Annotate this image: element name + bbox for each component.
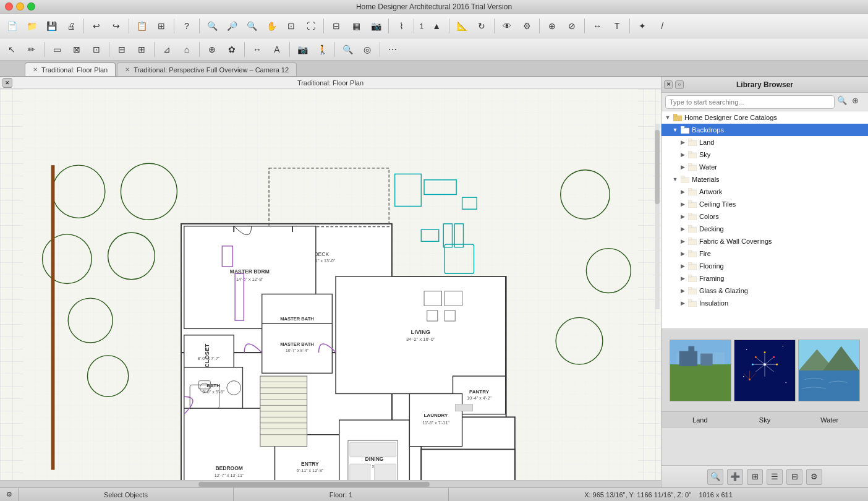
minimize-button[interactable]: [16, 2, 24, 11]
library-minimize-btn[interactable]: ○: [675, 80, 684, 89]
tree-root[interactable]: ▼ Home Designer Core Catalogs: [662, 111, 868, 124]
title-bar: Home Designer Architectural 2016 Trial V…: [0, 0, 868, 14]
preview-sky[interactable]: [734, 340, 796, 401]
tree-item-framing[interactable]: ▶ Framing: [662, 272, 868, 285]
tree-item-insulation[interactable]: ▶ Insulation: [662, 297, 868, 309]
lib-detail-btn[interactable]: ⊟: [786, 469, 802, 485]
tab-close-perspective[interactable]: ✕: [125, 66, 130, 73]
tree-item-artwork[interactable]: ▶ Artwork: [662, 186, 868, 198]
gear-icon[interactable]: ⚙: [6, 490, 12, 499]
magnify-btn[interactable]: ◎: [358, 40, 377, 59]
floor-plan-btn[interactable]: ⊟: [327, 17, 346, 35]
tree-scrollbar-thumb[interactable]: [655, 130, 660, 204]
tree-item-ceiling-tiles[interactable]: ▶ Ceiling Tiles: [662, 198, 868, 210]
tab-close-floor-plan[interactable]: ✕: [33, 66, 38, 73]
camera-btn[interactable]: 📷: [367, 17, 385, 35]
copy-button[interactable]: 📋: [132, 17, 151, 35]
line-btn[interactable]: /: [653, 17, 671, 35]
svg-rect-115: [688, 213, 692, 215]
stair-btn[interactable]: ⌇: [392, 17, 411, 35]
tree-item-flooring[interactable]: ▶ Flooring: [662, 260, 868, 272]
sep10: [539, 19, 540, 33]
undo-button[interactable]: ↩: [87, 17, 106, 35]
select-btn[interactable]: ↖: [2, 40, 21, 59]
tree-item-land-label: Land: [699, 139, 714, 146]
maximize-button[interactable]: [27, 2, 35, 11]
search-button[interactable]: 🔍: [203, 17, 221, 35]
search-icon[interactable]: 🔍: [837, 96, 849, 108]
save-button[interactable]: 💾: [42, 17, 61, 35]
horizontal-scrollbar[interactable]: [0, 480, 661, 487]
preview-land[interactable]: [670, 340, 731, 401]
tree-item-fire[interactable]: ▶ Fire: [662, 247, 868, 260]
camera-tool-btn[interactable]: 📷: [293, 40, 312, 59]
glass-glazing-folder-icon: [687, 286, 697, 295]
door-btn[interactable]: ⊡: [87, 40, 106, 59]
search-options-icon[interactable]: ⊕: [852, 96, 864, 108]
lib-list-btn[interactable]: ☰: [767, 469, 783, 485]
window-btn[interactable]: ⊟: [113, 40, 131, 59]
tree-item-colors[interactable]: ▶ Colors: [662, 210, 868, 223]
render-btn[interactable]: ✦: [633, 17, 652, 35]
wall-btn[interactable]: ▭: [48, 40, 66, 59]
room-btn[interactable]: ⊠: [67, 40, 86, 59]
lib-search-btn[interactable]: 🔍: [707, 469, 723, 485]
tree-item-fabric-wall[interactable]: ▶ Fabric & Wall Coverings: [662, 235, 868, 247]
arrow-up-btn[interactable]: ▲: [427, 17, 446, 35]
layer-btn[interactable]: ⊕: [543, 17, 561, 35]
library-close-btn[interactable]: ✕: [664, 80, 673, 89]
close-button[interactable]: [5, 2, 13, 11]
zoom-tool-btn[interactable]: 🔍: [338, 40, 357, 59]
tree-item-sky[interactable]: ▶ Sky: [662, 148, 868, 161]
dimension-tool-btn[interactable]: ↔: [248, 40, 266, 59]
rotate-btn[interactable]: ↻: [472, 17, 491, 35]
floor-plan-canvas[interactable]: DECK 23'-1" x 13'-0" MASTER BDRM 14'-5" …: [0, 89, 661, 487]
pan-button[interactable]: ✋: [262, 17, 281, 35]
view-btn[interactable]: 👁: [498, 17, 516, 35]
redo-button[interactable]: ↪: [107, 17, 126, 35]
zoom-in-button[interactable]: 🔎: [223, 17, 241, 35]
lib-settings-btn[interactable]: ⚙: [806, 469, 822, 485]
tab-floor-plan[interactable]: ✕ Traditional: Floor Plan: [25, 62, 116, 76]
roof-btn[interactable]: ⌂: [177, 40, 196, 59]
tree-item-materials[interactable]: ▼ Materials: [662, 173, 868, 186]
open-button[interactable]: 📁: [22, 17, 41, 35]
canvas-close-button[interactable]: ✕: [2, 78, 12, 88]
plant-btn[interactable]: ✿: [223, 40, 241, 59]
settings-btn[interactable]: ⚙: [517, 17, 536, 35]
lib-grid-btn[interactable]: ⊞: [747, 469, 763, 485]
zoom-out-button[interactable]: 🔍: [242, 17, 261, 35]
cabinet-btn[interactable]: ⊞: [132, 40, 151, 59]
preview-water[interactable]: [798, 340, 860, 401]
expand-button[interactable]: ⛶: [302, 17, 320, 35]
dimensions-btn[interactable]: ↔: [588, 17, 606, 35]
new-button[interactable]: 📄: [2, 17, 21, 35]
search-input[interactable]: [665, 95, 835, 109]
tree-item-backdrops[interactable]: ▼ Backdrops: [662, 124, 868, 136]
measure-btn[interactable]: 📐: [453, 17, 471, 35]
print-button[interactable]: 🖨: [62, 17, 80, 35]
help-button[interactable]: ?: [177, 17, 196, 35]
tree-item-decking[interactable]: ▶ Decking: [662, 223, 868, 235]
floor-btn[interactable]: ⊘: [563, 17, 581, 35]
sep9: [494, 19, 495, 33]
glass-glazing-toggle: ▶: [679, 287, 686, 294]
text-btn[interactable]: T: [608, 17, 626, 35]
plan-view-button[interactable]: ⊞: [152, 17, 171, 35]
water-toggle: ▶: [679, 163, 686, 171]
stair-tool-btn[interactable]: ⊿: [158, 40, 176, 59]
walk-btn[interactable]: 🚶: [313, 40, 331, 59]
terrain-btn[interactable]: ⊕: [203, 40, 221, 59]
more-btn[interactable]: ⋯: [383, 40, 402, 59]
lib-add-btn[interactable]: ➕: [727, 469, 743, 485]
tree-item-land[interactable]: ▶ Land: [662, 136, 868, 148]
3d-btn[interactable]: ▦: [347, 17, 365, 35]
tree-item-backdrops-label: Backdrops: [692, 126, 724, 134]
tree-item-water[interactable]: ▶ Water: [662, 161, 868, 173]
text-tool-btn[interactable]: A: [268, 40, 286, 59]
sep-s1: [44, 42, 45, 57]
fit-button[interactable]: ⊡: [282, 17, 300, 35]
tab-perspective[interactable]: ✕ Traditional: Perspective Full Overview…: [117, 62, 297, 76]
tree-item-glass-glazing[interactable]: ▶ Glass & Glazing: [662, 285, 868, 297]
edit-btn[interactable]: ✏: [22, 40, 41, 59]
